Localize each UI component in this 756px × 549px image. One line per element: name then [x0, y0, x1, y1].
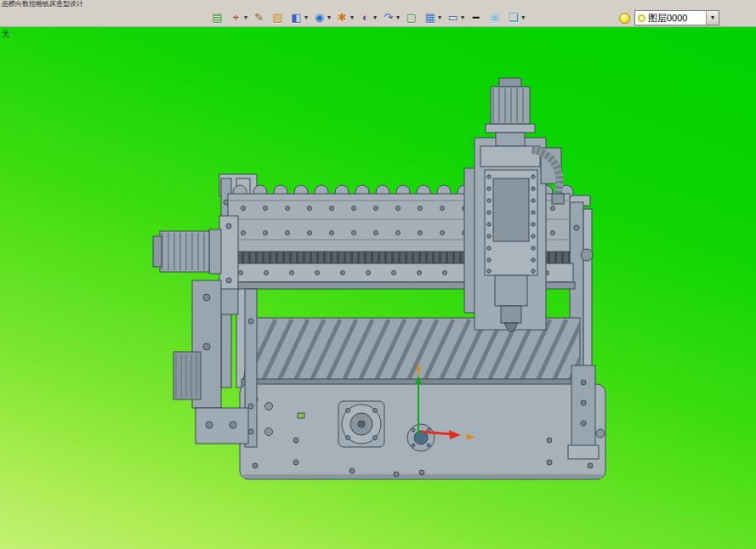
- toolbar-button-strip: ▤⌖▾✎▧◧▾◉▾✱▾◐▾↷▾▢▦▾▭▾━▣❏▾: [209, 10, 526, 25]
- extrude-cube-button[interactable]: ◧▾: [288, 10, 309, 25]
- layer-controls: 图层0000 ▾: [619, 10, 719, 25]
- dropdown-arrow-icon[interactable]: ▾: [461, 11, 464, 25]
- render-swatch-icon: ▣: [487, 11, 502, 25]
- dropdown-arrow-icon[interactable]: ▾: [350, 11, 354, 25]
- solid-block-button[interactable]: ▧: [270, 10, 286, 25]
- spindle: [501, 306, 521, 323]
- cnc-machine-model[interactable]: [141, 66, 614, 491]
- select-frame-button[interactable]: ▢: [403, 10, 419, 25]
- display-mode-icon: ▭: [446, 11, 460, 25]
- main-toolbar: ▤⌖▾✎▧◧▾◉▾✱▾◐▾↷▾▢▦▾▭▾━▣❏▾ 图层0000 ▾: [0, 8, 756, 27]
- window-title: 品横向数控雕铣床造型设计: [2, 0, 83, 8]
- layer-visibility-bulb-icon[interactable]: [619, 13, 630, 24]
- sketch-pen-button[interactable]: ✎: [251, 10, 267, 25]
- layer-dropdown-arrow-icon[interactable]: ▾: [706, 11, 719, 25]
- dropdown-arrow-icon[interactable]: ▾: [304, 11, 308, 25]
- display-mode-button[interactable]: ▭▾: [445, 10, 465, 25]
- half-section-button[interactable]: ◐▾: [357, 10, 378, 25]
- viewport-corner-label: 无: [2, 29, 9, 40]
- layer-color-icon: [638, 14, 645, 22]
- drawing-sheet-icon: ▤: [210, 11, 225, 25]
- title-bar: 品横向数控雕铣床造型设计: [0, 0, 756, 8]
- viewport-3d[interactable]: 无: [0, 27, 756, 549]
- layer-stack-button[interactable]: ❏▾: [505, 10, 526, 25]
- drawing-sheet-button[interactable]: ▤: [209, 10, 225, 25]
- machine-structure: [153, 78, 605, 479]
- dropdown-arrow-icon[interactable]: ▾: [438, 11, 441, 25]
- layer-name: 图层0000: [648, 12, 706, 25]
- extrude-cube-icon: ◧: [289, 11, 304, 25]
- select-frame-icon: ▢: [404, 11, 418, 25]
- sketch-pen-icon: ✎: [252, 11, 266, 25]
- solid-block-icon: ▧: [270, 11, 285, 25]
- coordinate-system-icon: ⌖: [229, 11, 243, 25]
- line-width-button[interactable]: ━: [468, 10, 484, 25]
- dropdown-arrow-icon[interactable]: ▾: [396, 11, 400, 25]
- sphere-surface-icon: ◉: [312, 11, 327, 25]
- window-tile-button[interactable]: ▦▾: [422, 10, 442, 25]
- half-section-icon: ◐: [358, 11, 372, 25]
- dropdown-arrow-icon[interactable]: ▾: [327, 11, 331, 25]
- rotate-view-button[interactable]: ↷▾: [380, 10, 401, 25]
- dropdown-arrow-icon[interactable]: ▾: [521, 11, 525, 25]
- layer-selector[interactable]: 图层0000 ▾: [634, 10, 719, 25]
- window-tile-icon: ▦: [423, 11, 437, 25]
- gear-wheel-button[interactable]: ✱▾: [334, 10, 355, 25]
- layer-stack-icon: ❏: [506, 11, 520, 25]
- coordinate-system-button[interactable]: ⌖▾: [228, 10, 248, 25]
- line-width-icon: ━: [469, 11, 483, 25]
- render-swatch-button[interactable]: ▣: [486, 10, 503, 25]
- dropdown-arrow-icon[interactable]: ▾: [244, 11, 247, 25]
- rotate-view-icon: ↷: [381, 11, 395, 25]
- gear-wheel-icon: ✱: [335, 11, 350, 25]
- dropdown-arrow-icon[interactable]: ▾: [373, 11, 377, 25]
- application-window: 品横向数控雕铣床造型设计 ▤⌖▾✎▧◧▾◉▾✱▾◐▾↷▾▢▦▾▭▾━▣❏▾ 图层…: [0, 0, 756, 549]
- sphere-surface-button[interactable]: ◉▾: [311, 10, 332, 25]
